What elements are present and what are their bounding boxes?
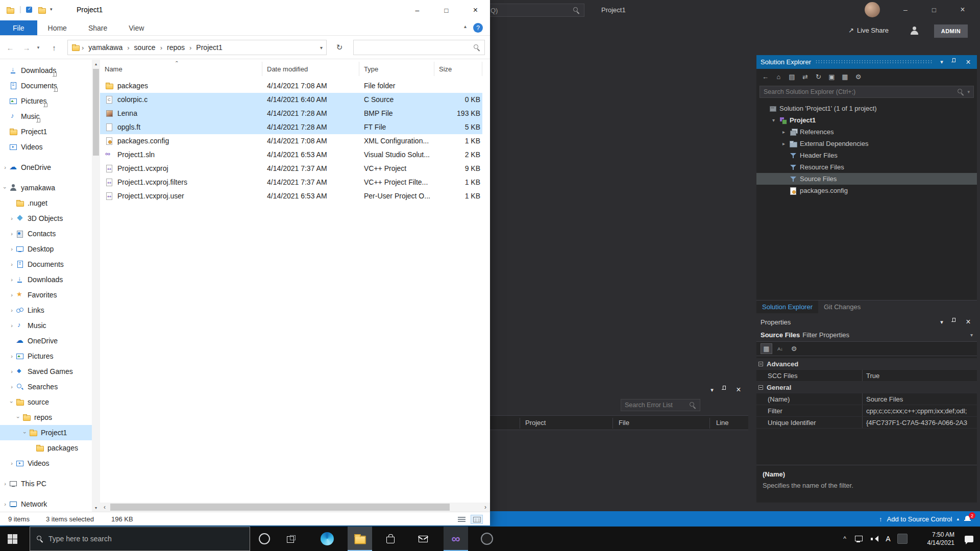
property-category-general[interactable]: General	[756, 382, 977, 393]
caret-up-icon[interactable]	[957, 516, 959, 521]
property-row-scc-files[interactable]: SCC FilesTrue	[756, 370, 977, 382]
address-box[interactable]: yamakawa source repos Project1	[67, 40, 327, 55]
property-value[interactable]: Source Files	[863, 393, 977, 405]
nav-item-source[interactable]: ›source	[0, 394, 92, 410]
tree-item-packages-config[interactable]: packages.config	[756, 185, 977, 196]
show-all-files-icon[interactable]	[839, 71, 851, 82]
scrollbar-thumb[interactable]	[110, 504, 450, 511]
nav-item-this-pc[interactable]: ›This PC	[0, 476, 92, 491]
tree-item-source-files[interactable]: Source Files	[756, 173, 977, 185]
avatar[interactable]	[865, 2, 880, 17]
solution-explorer-search-input[interactable]: Search Solution Explorer (Ctrl+;)	[760, 86, 974, 98]
clock[interactable]: 7:50 AM 4/14/2021	[911, 527, 958, 551]
account-button[interactable]: ADMIN	[934, 24, 968, 38]
nav-item-documents[interactable]: Documents	[0, 78, 92, 93]
switch-views-icon[interactable]	[786, 71, 798, 82]
scroll-up-icon[interactable]	[92, 60, 100, 68]
collapse-box-icon[interactable]	[758, 362, 763, 366]
nav-item-searches[interactable]: ›Searches	[0, 379, 92, 394]
scrollbar-thumb[interactable]	[93, 69, 99, 156]
file-row-opgls-ft[interactable]: opgls.ft4/14/2021 7:28 AMFT File5 KB	[100, 120, 490, 134]
thumbnail-view-button[interactable]	[471, 515, 483, 524]
ime-options-button[interactable]	[894, 527, 911, 551]
nav-item-pictures[interactable]: ›Pictures	[0, 348, 92, 364]
column-header-date-modified[interactable]: Date modified	[262, 62, 359, 76]
file-row-lenna[interactable]: Lenna4/14/2021 7:28 AMBMP File193 KB	[100, 107, 490, 120]
help-icon[interactable]	[473, 23, 483, 33]
vs-quick-search-input[interactable]: Q)	[486, 4, 584, 17]
property-pages-icon[interactable]	[788, 343, 800, 354]
nav-item-saved-games[interactable]: ›Saved Games	[0, 364, 92, 379]
nav-item-videos[interactable]: Videos	[0, 139, 92, 155]
nav-item-music[interactable]: Music	[0, 109, 92, 124]
vs-close-button[interactable]	[948, 0, 977, 19]
hidden-icons-chevron[interactable]	[838, 527, 851, 551]
nav-item-yamakawa[interactable]: ›yamakawa	[0, 180, 92, 195]
nav-item-nuget[interactable]: .nuget	[0, 195, 92, 211]
column-header-type[interactable]: Type	[359, 62, 434, 76]
tree-item-external-dependencies[interactable]: ▸External Dependencies	[756, 138, 977, 149]
file-row-project1-vcxproj-user[interactable]: Project1.vcxproj.user4/14/2021 6:53 AMPe…	[100, 189, 490, 203]
volume-tray-button[interactable]	[867, 527, 882, 551]
scroll-left-icon[interactable]	[100, 503, 109, 512]
back-button[interactable]	[3, 40, 17, 55]
file-row-project1-vcxproj[interactable]: Project1.vcxproj4/14/2021 7:37 AMVC++ Pr…	[100, 162, 490, 176]
nav-item-onedrive[interactable]: ›OneDrive	[0, 160, 92, 175]
column-project[interactable]: Project	[525, 419, 546, 427]
solution-explorer-titlebar[interactable]: Solution Explorer	[756, 55, 977, 69]
column-line[interactable]: Line	[716, 419, 729, 427]
property-value[interactable]: True	[863, 370, 977, 381]
up-button[interactable]	[47, 40, 61, 55]
explorer-search-box[interactable]	[353, 40, 485, 55]
tab-solution-explorer[interactable]: Solution Explorer	[756, 300, 818, 313]
column-file[interactable]: File	[619, 419, 629, 427]
pin-icon[interactable]	[950, 317, 960, 327]
close-icon[interactable]	[964, 58, 973, 67]
ribbon-tab-home[interactable]: Home	[37, 20, 78, 35]
tree-item-references[interactable]: ▸References	[756, 126, 977, 138]
task-view-button[interactable]	[279, 527, 303, 551]
back-icon[interactable]	[760, 71, 771, 82]
breadcrumb-repos[interactable]: repos	[164, 43, 187, 52]
ribbon-tab-file[interactable]: File	[0, 20, 37, 35]
property-row-unique-identifier[interactable]: Unique Identifier{4FC737F1-C7A5-4376-A06…	[756, 417, 977, 429]
taskbar-search-input[interactable]	[48, 535, 243, 543]
horizontal-scrollbar[interactable]	[100, 503, 490, 512]
file-row-colorpic-c[interactable]: colorpic.c4/14/2021 6:40 AMC Source0 KB	[100, 93, 490, 107]
address-dropdown-icon[interactable]	[320, 45, 323, 51]
add-to-source-control-button[interactable]: Add to Source Control	[887, 515, 952, 523]
live-share-button[interactable]: Live Share	[848, 27, 889, 34]
close-icon[interactable]	[734, 385, 743, 394]
refresh-button[interactable]	[332, 40, 347, 55]
nav-item-network[interactable]: ›Network	[0, 496, 92, 512]
property-row-filter[interactable]: Filtercpp;c;cc;cxx;c++;cppm;ixx;def;odl;	[756, 405, 977, 417]
nav-item-documents[interactable]: ›Documents	[0, 257, 92, 272]
nav-vertical-scrollbar[interactable]	[92, 60, 100, 512]
pin-icon[interactable]	[721, 385, 730, 394]
nav-item-music[interactable]: ›Music	[0, 318, 92, 333]
sync-icon[interactable]	[799, 71, 811, 82]
vs-minimize-button[interactable]	[891, 0, 920, 19]
start-button[interactable]	[0, 527, 24, 551]
file-row-packages-config[interactable]: packages.config4/14/2021 7:08 AMXML Conf…	[100, 134, 490, 148]
action-center-button[interactable]	[958, 527, 980, 551]
home-icon[interactable]	[773, 71, 785, 82]
nav-item-downloads[interactable]: Downloads	[0, 63, 92, 78]
nav-item-packages[interactable]: packages	[0, 440, 92, 456]
nav-item-favorites[interactable]: ›Favorites	[0, 287, 92, 303]
explorer-minimize-button[interactable]	[403, 0, 432, 20]
error-list-search-input[interactable]: Search Error List	[621, 399, 700, 411]
property-row-name[interactable]: (Name)Source Files	[756, 393, 977, 405]
mail-button[interactable]	[411, 527, 435, 551]
drag-grip[interactable]	[815, 60, 933, 64]
vs-maximize-button[interactable]	[920, 0, 948, 19]
breadcrumb-yamakawa[interactable]: yamakawa	[86, 43, 125, 52]
explorer-search-input[interactable]	[358, 44, 470, 52]
add-person-icon[interactable]	[910, 27, 920, 36]
file-row-packages[interactable]: packages4/14/2021 7:08 AMFile folder	[100, 79, 490, 93]
ribbon-tab-share[interactable]: Share	[78, 20, 118, 35]
nav-item-downloads[interactable]: ›Downloads	[0, 272, 92, 287]
ribbon-tab-view[interactable]: View	[118, 20, 155, 35]
forward-button[interactable]	[19, 40, 34, 55]
store-button[interactable]	[378, 527, 403, 551]
